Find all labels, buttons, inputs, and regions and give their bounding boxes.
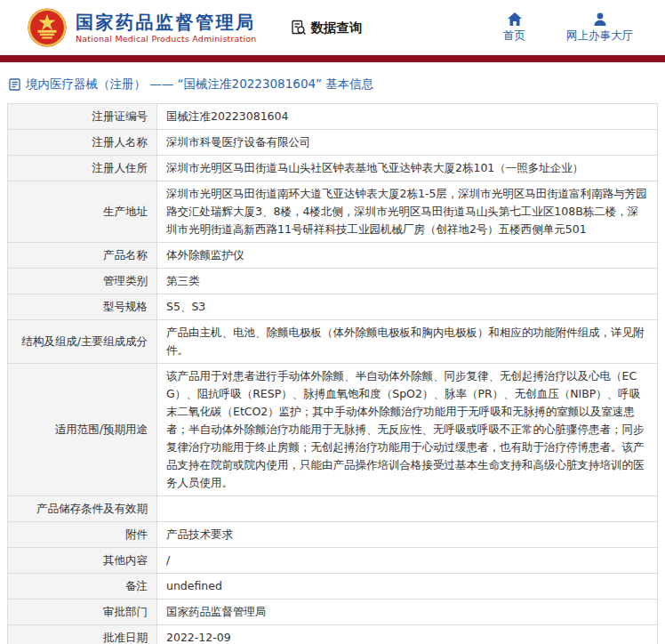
row-label: 其他内容: [8, 548, 157, 574]
nav-service-hall-label: 网上办事大厅: [566, 28, 633, 44]
row-label: 产品储存条件及有效期: [8, 496, 157, 522]
row-value: 该产品用于对患者进行手动体外除颤、半自动体外除颤、同步复律、无创起搏治疗以及心电…: [157, 364, 658, 496]
row-label: 管理类别: [8, 269, 157, 294]
table-row: 结构及组成/主要组成成分 产品由主机、电池、除颤电极板（体外除颤电极板和胸内电极…: [8, 320, 658, 364]
row-value: 第三类: [157, 269, 658, 294]
data-query-tab[interactable]: 数据查询: [291, 20, 363, 36]
row-value: 产品由主机、电池、除颤电极板（体外除颤电极板和胸内电极板）和相应的功能附件组成，…: [157, 320, 658, 364]
document-search-icon: [291, 20, 307, 36]
row-label: 注册人名称: [8, 130, 157, 156]
row-value: 产品技术要求: [157, 522, 658, 548]
main-content: 境内医疗器械（注册） —— “国械注准20223081604” 基本信息 注册证…: [0, 62, 665, 644]
data-query-label: 数据查询: [311, 20, 363, 36]
row-value: S5、S3: [157, 294, 658, 320]
national-emblem-icon: [27, 7, 68, 48]
row-label: 生产地址: [8, 181, 157, 243]
table-row: 产品储存条件及有效期: [8, 496, 658, 522]
row-label: 注册证编号: [8, 104, 157, 130]
row-value: undefined: [157, 574, 658, 600]
page-title: 境内医疗器械（注册） —— “国械注准20223081604” 基本信息: [7, 71, 658, 103]
table-row: 其他内容 /: [8, 548, 658, 574]
table-row: 型号规格 S5、S3: [8, 294, 658, 320]
row-value: 深圳市光明区马田街道马山头社区钟表基地飞亚达钟表大厦2栋101（一照多址企业）: [157, 156, 658, 181]
nav-service-hall[interactable]: 网上办事大厅: [566, 12, 633, 44]
page-document-icon: [9, 78, 20, 91]
agency-names: 国家药品监督管理局 National Medical Products Admi…: [76, 12, 257, 44]
row-value: 深圳市光明区马田街道南环大道飞亚达钟表大厦2栋1-5层，深圳市光明区马田街道富利…: [157, 181, 658, 243]
row-value: [157, 496, 658, 522]
table-row: 备注 undefined: [8, 574, 658, 600]
row-label: 备注: [8, 574, 157, 600]
site-header: 国家药品监督管理局 National Medical Products Admi…: [0, 0, 665, 55]
nav-home-label: 首页: [503, 28, 525, 44]
table-row: 适用范围/预期用途 该产品用于对患者进行手动体外除颤、半自动体外除颤、同步复律、…: [8, 364, 658, 496]
person-icon: [593, 12, 607, 26]
row-value: 深圳市科曼医疗设备有限公司: [157, 130, 658, 156]
page-title-text: 境内医疗器械（注册） —— “国械注准20223081604” 基本信息: [26, 76, 373, 93]
row-label: 审批部门: [8, 600, 157, 625]
nav-home[interactable]: 首页: [503, 12, 525, 44]
table-row: 管理类别 第三类: [8, 269, 658, 294]
row-value: 2022-12-09: [157, 625, 658, 644]
row-value: /: [157, 548, 658, 574]
table-row: 产品名称 体外除颤监护仪: [8, 243, 658, 269]
row-label: 结构及组成/主要组成成分: [8, 320, 157, 364]
agency-name-en: National Medical Products Administration: [76, 34, 257, 44]
table-row: 批准日期 2022-12-09: [8, 625, 658, 644]
row-label: 产品名称: [8, 243, 157, 269]
brand-red-bar: [0, 55, 665, 62]
table-row: 附件 产品技术要求: [8, 522, 658, 548]
header-nav: 首页 网上办事大厅: [503, 12, 653, 44]
row-label: 附件: [8, 522, 157, 548]
home-icon: [508, 12, 522, 26]
row-label: 型号规格: [8, 294, 157, 320]
row-label: 批准日期: [8, 625, 157, 644]
row-label: 注册人住所: [8, 156, 157, 181]
row-label: 适用范围/预期用途: [8, 364, 157, 496]
table-row: 注册人住所 深圳市光明区马田街道马山头社区钟表基地飞亚达钟表大厦2栋101（一照…: [8, 156, 658, 181]
table-row: 注册人名称 深圳市科曼医疗设备有限公司: [8, 130, 658, 156]
registration-info-table: 注册证编号 国械注准20223081604 注册人名称 深圳市科曼医疗设备有限公…: [7, 103, 658, 644]
agency-logo[interactable]: 国家药品监督管理局 National Medical Products Admi…: [27, 7, 257, 48]
table-row: 注册证编号 国械注准20223081604: [8, 104, 658, 130]
row-value: 国械注准20223081604: [157, 104, 658, 130]
row-value: 国家药品监督管理局: [157, 600, 658, 625]
table-row: 生产地址 深圳市光明区马田街道南环大道飞亚达钟表大厦2栋1-5层，深圳市光明区马…: [8, 181, 658, 243]
table-row: 审批部门 国家药品监督管理局: [8, 600, 658, 625]
agency-name-cn: 国家药品监督管理局: [76, 12, 257, 34]
row-value: 体外除颤监护仪: [157, 243, 658, 269]
